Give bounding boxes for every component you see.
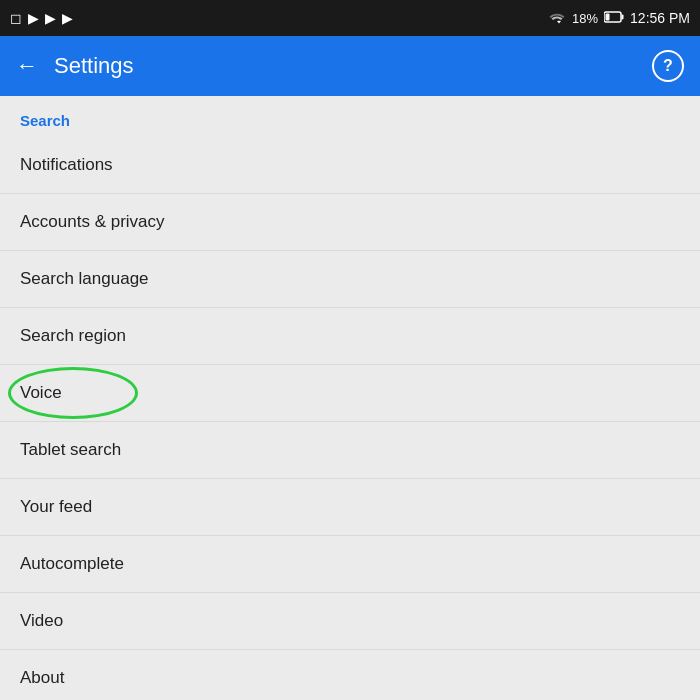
notification-icon-3: ▶ bbox=[45, 10, 56, 26]
settings-item-about[interactable]: About bbox=[0, 650, 700, 700]
settings-item-label: Voice bbox=[20, 383, 62, 402]
settings-item-your-feed[interactable]: Your feed bbox=[0, 479, 700, 536]
settings-item-label: About bbox=[20, 668, 64, 687]
notification-icon-2: ▶ bbox=[28, 10, 39, 26]
help-button[interactable]: ? bbox=[652, 50, 684, 82]
battery-text: 18% bbox=[572, 11, 598, 26]
settings-item-label: Notifications bbox=[20, 155, 113, 174]
notification-icon-4: ▶ bbox=[62, 10, 73, 26]
back-button[interactable]: ← bbox=[16, 53, 38, 79]
settings-item-tablet-search[interactable]: Tablet search bbox=[0, 422, 700, 479]
battery-icon bbox=[604, 11, 624, 26]
wifi-icon bbox=[548, 10, 566, 27]
settings-item-label: Accounts & privacy bbox=[20, 212, 165, 231]
settings-item-search-region[interactable]: Search region bbox=[0, 308, 700, 365]
action-bar-left: ← Settings bbox=[16, 53, 134, 79]
settings-item-autocomplete[interactable]: Autocomplete bbox=[0, 536, 700, 593]
settings-item-label: Video bbox=[20, 611, 63, 630]
action-bar: ← Settings ? bbox=[0, 36, 700, 96]
settings-item-label: Autocomplete bbox=[20, 554, 124, 573]
settings-item-notifications[interactable]: Notifications bbox=[0, 137, 700, 194]
status-bar-left: ◻ ▶ ▶ ▶ bbox=[10, 10, 73, 26]
section-header: Search bbox=[0, 96, 700, 137]
settings-item-accounts-privacy[interactable]: Accounts & privacy bbox=[0, 194, 700, 251]
status-bar: ◻ ▶ ▶ ▶ 18% 12:56 PM bbox=[0, 0, 700, 36]
settings-item-search-language[interactable]: Search language bbox=[0, 251, 700, 308]
settings-item-label: Search region bbox=[20, 326, 126, 345]
settings-item-video[interactable]: Video bbox=[0, 593, 700, 650]
settings-item-label: Tablet search bbox=[20, 440, 121, 459]
status-bar-right: 18% 12:56 PM bbox=[548, 10, 690, 27]
time-display: 12:56 PM bbox=[630, 10, 690, 26]
page-title: Settings bbox=[54, 53, 134, 79]
svg-rect-1 bbox=[622, 14, 624, 19]
settings-item-label: Your feed bbox=[20, 497, 92, 516]
svg-rect-2 bbox=[606, 13, 610, 20]
settings-item-label: Search language bbox=[20, 269, 149, 288]
notification-icon-1: ◻ bbox=[10, 10, 22, 26]
settings-container: Search Notifications Accounts & privacy … bbox=[0, 96, 700, 700]
settings-item-voice[interactable]: Voice bbox=[0, 365, 700, 422]
